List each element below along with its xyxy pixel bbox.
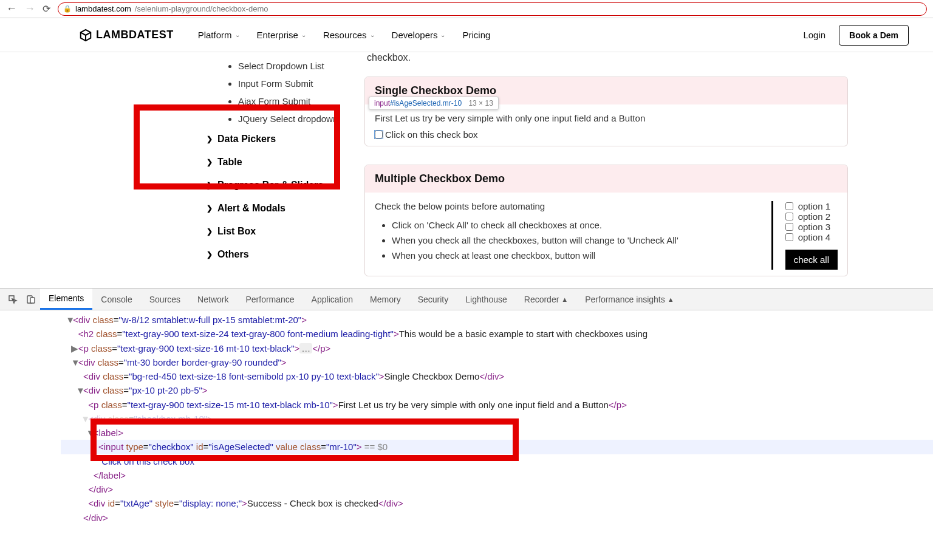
devtools-source-line[interactable]: </div> xyxy=(61,511,933,525)
chevron-right-icon: ❯ xyxy=(207,158,213,166)
option-checkbox[interactable] xyxy=(785,202,793,210)
multiple-checkbox-panel: Multiple Checkbox Demo Check the below p… xyxy=(364,165,848,276)
nav-item-enterprise[interactable]: Enterprise⌄ xyxy=(257,30,306,40)
devtools-tab-lighthouse[interactable]: Lighthouse xyxy=(457,289,516,310)
multiple-checkbox-option[interactable]: option 2 xyxy=(785,211,838,222)
devtools-tab-performance-insights[interactable]: Performance insights ▲ xyxy=(576,289,682,310)
devtools-source-line[interactable]: "Click on this check box" xyxy=(61,454,933,468)
devtools-inspect-icon[interactable] xyxy=(4,289,22,310)
inspector-tooltip: input#isAgeSelected.mr-10 13 × 13 xyxy=(369,97,499,110)
login-link[interactable]: Login xyxy=(803,30,825,40)
book-demo-button[interactable]: Book a Dem xyxy=(839,25,909,46)
devtools-source-line[interactable]: </label> xyxy=(61,468,933,482)
multiple-checkbox-option[interactable]: option 1 xyxy=(785,201,838,211)
devtools-source-line[interactable]: <div id="txtAge" style="display: none;">… xyxy=(61,496,933,510)
tooltip-dims: 13 × 13 xyxy=(468,99,493,108)
devtools-source-line[interactable]: ▼<div class="mt-30 border border-gray-90… xyxy=(61,355,933,369)
nav-item-pricing[interactable]: Pricing xyxy=(462,30,490,40)
multiple-checkbox-bullet: When you check all the checkboxes, butto… xyxy=(392,233,753,248)
nav-item-platform[interactable]: Platform⌄ xyxy=(198,30,240,40)
url-host: lambdatest.com xyxy=(75,4,131,13)
devtools-tab-security[interactable]: Security xyxy=(409,289,457,310)
browser-url-bar: ← → ⟳ 🔒 lambdatest.com/selenium-playgrou… xyxy=(0,0,933,18)
devtools-source-line[interactable]: <div class="bg-red-450 text-size-18 font… xyxy=(61,369,933,383)
single-checkbox-text: Click on this check box xyxy=(385,129,478,140)
multiple-checkbox-lead: Check the below points before automating xyxy=(375,201,753,211)
devtools-device-icon[interactable] xyxy=(22,289,40,310)
devtools-source-line[interactable]: ▼<label> xyxy=(61,426,933,440)
brand-mark-icon xyxy=(79,29,92,42)
chevron-down-icon: ⌄ xyxy=(440,32,445,38)
sidebar-item[interactable]: Ajax Form Submit xyxy=(238,92,364,110)
sidebar-section[interactable]: ❯List Box xyxy=(207,220,364,243)
chevron-right-icon: ❯ xyxy=(207,227,213,236)
svg-rect-1 xyxy=(30,298,35,303)
devtools-source-line[interactable]: <input type="checkbox" id="isAgeSelected… xyxy=(61,440,933,454)
single-checkbox-label[interactable]: Click on this check box xyxy=(375,129,838,140)
back-icon[interactable]: ← xyxy=(6,2,17,15)
multiple-checkbox-bullet: Click on 'Check All' to check all checkb… xyxy=(392,217,753,233)
sidebar-section[interactable]: ❯Data Pickers xyxy=(207,128,364,151)
devtools-tab-performance[interactable]: Performance xyxy=(237,289,302,310)
devtools-source-line[interactable]: ▼<div class="px-10 pt-20 pb-5"> xyxy=(61,383,933,397)
site-header: LAMBDATEST Platform⌄Enterprise⌄Resources… xyxy=(0,18,933,52)
devtools-source-line[interactable]: </div> xyxy=(61,482,933,496)
sidebar-item[interactable]: Input Form Submit xyxy=(238,75,364,92)
multiple-checkbox-title: Multiple Checkbox Demo xyxy=(365,165,847,193)
devtools-tab-application[interactable]: Application xyxy=(303,289,362,310)
devtools-source-line[interactable]: ▼<div class="w-8/12 smtablet:w-full px-1… xyxy=(61,313,933,327)
chevron-right-icon: ❯ xyxy=(207,181,213,190)
chevron-right-icon: ❯ xyxy=(207,135,213,143)
check-all-button[interactable]: check all xyxy=(785,250,838,270)
chevron-down-icon: ⌄ xyxy=(370,32,375,38)
sidebar-section[interactable]: ❯Alert & Modals xyxy=(207,197,364,220)
multiple-checkbox-option[interactable]: option 4 xyxy=(785,232,838,242)
intro-text-tail: checkbox. xyxy=(367,52,848,63)
multiple-checkbox-bullet: When you check at least one checkbox, bu… xyxy=(392,248,753,263)
chevron-right-icon: ❯ xyxy=(207,204,213,213)
single-checkbox-input[interactable] xyxy=(375,131,383,138)
sidebar-item[interactable]: Select Dropdown List xyxy=(238,57,364,75)
sidebar-section[interactable]: ❯Others xyxy=(207,243,364,266)
chevron-down-icon: ⌄ xyxy=(235,32,240,38)
nav-item-resources[interactable]: Resources⌄ xyxy=(323,30,375,40)
forward-icon[interactable]: → xyxy=(24,2,35,15)
sidebar-item[interactable]: JQuery Select dropdown xyxy=(238,110,364,128)
playground-sidebar: Select Dropdown ListInput Form SubmitAja… xyxy=(207,52,364,288)
devtools-tab-sources[interactable]: Sources xyxy=(141,289,189,310)
reload-icon[interactable]: ⟳ xyxy=(43,3,50,15)
lock-icon: 🔒 xyxy=(63,5,72,13)
option-checkbox[interactable] xyxy=(785,233,793,241)
url-path: /selenium-playground/checkbox-demo xyxy=(135,4,268,13)
nav-item-developers[interactable]: Developers⌄ xyxy=(392,30,446,40)
devtools-source-line[interactable]: <p class="text-gray-900 text-size-15 mt-… xyxy=(61,398,933,412)
option-checkbox[interactable] xyxy=(785,223,793,231)
devtools-source-line[interactable]: ▶<p class="text-gray-900 text-size-16 mt… xyxy=(61,341,933,355)
devtools-tab-recorder[interactable]: Recorder ▲ xyxy=(516,289,576,310)
sidebar-section[interactable]: ❯Table xyxy=(207,151,364,174)
sidebar-section[interactable]: ❯Progress Bar & Sliders xyxy=(207,174,364,197)
devtools-tab-elements[interactable]: Elements xyxy=(40,289,92,310)
beta-icon: ▲ xyxy=(561,296,568,303)
devtools-tab-console[interactable]: Console xyxy=(92,289,140,310)
option-checkbox[interactable] xyxy=(785,213,793,220)
single-checkbox-panel: Single Checkbox Demo input#isAgeSelected… xyxy=(364,77,848,146)
devtools-panel: ElementsConsoleSourcesNetworkPerformance… xyxy=(0,288,933,560)
address-field[interactable]: 🔒 lambdatest.com/selenium-playground/che… xyxy=(58,2,927,16)
chevron-down-icon: ⌄ xyxy=(301,32,306,38)
multiple-checkbox-option[interactable]: option 3 xyxy=(785,222,838,232)
devtools-source-line[interactable]: <h2 class="text-gray-900 text-size-24 te… xyxy=(61,327,933,341)
tooltip-selector-idcls: #isAgeSelected.mr-10 xyxy=(390,99,462,108)
devtools-source-line[interactable]: ▼<div class="checkbox mb-10"> xyxy=(61,412,933,426)
brand-text: LAMBDATEST xyxy=(96,29,174,41)
tooltip-selector-tag: input xyxy=(374,99,390,108)
devtools-tab-memory[interactable]: Memory xyxy=(361,289,409,310)
beta-icon: ▲ xyxy=(668,296,674,303)
single-checkbox-lead: First Let us try be very simple with onl… xyxy=(375,113,838,123)
brand-logo[interactable]: LAMBDATEST xyxy=(79,29,174,42)
chevron-right-icon: ❯ xyxy=(207,250,213,259)
devtools-tab-network[interactable]: Network xyxy=(189,289,237,310)
